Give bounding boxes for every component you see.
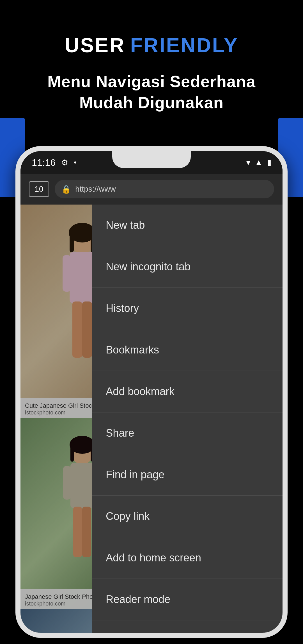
- browser-content: Cute Japanese Girl Stock Phot istockphot…: [20, 205, 283, 633]
- status-icons-right: ▾ ▲ ▮: [246, 158, 271, 167]
- menu-item-new-tab[interactable]: New tab: [92, 205, 283, 246]
- menu-item-new-incognito-tab[interactable]: New incognito tab: [92, 246, 283, 288]
- tab-counter[interactable]: 10: [29, 181, 49, 197]
- menu-item-copy-link[interactable]: Copy link: [92, 496, 283, 537]
- menu-item-history[interactable]: History: [92, 288, 283, 329]
- branding-section: USER FRIENDLY Menu Navigasi SederhanaMud…: [0, 0, 303, 130]
- wifi-icon: ▾: [246, 158, 250, 167]
- logo-friendly: FRIENDLY: [130, 34, 238, 57]
- status-left: 11:16 ⚙ •: [32, 157, 77, 168]
- settings-icon: ⚙: [61, 158, 68, 167]
- phone-area: 11:16 ⚙ • ▾ ▲ ▮ 10 🔒 https://www: [0, 146, 303, 644]
- dropdown-menu: New tab New incognito tab History Bookma…: [92, 205, 283, 633]
- signal-icon: ▲: [255, 158, 263, 167]
- menu-item-add-bookmark[interactable]: Add bookmark: [92, 371, 283, 412]
- phone-notch: [112, 151, 191, 168]
- menu-item-add-to-home-screen[interactable]: Add to home screen: [92, 537, 283, 579]
- battery-icon: ▮: [267, 158, 271, 167]
- browser-chrome: 10 🔒 https://www: [20, 174, 283, 205]
- lock-icon: 🔒: [61, 185, 71, 194]
- status-time: 11:16: [32, 157, 56, 168]
- phone-frame: 11:16 ⚙ • ▾ ▲ ▮ 10 🔒 https://www: [15, 146, 288, 638]
- menu-item-find-in-page[interactable]: Find in page: [92, 454, 283, 496]
- logo-user: USER: [65, 34, 125, 57]
- menu-item-settings[interactable]: Settings: [92, 620, 283, 633]
- dot-indicator: •: [74, 158, 77, 167]
- logo: USER FRIENDLY: [65, 34, 238, 57]
- menu-item-bookmarks[interactable]: Bookmarks: [92, 329, 283, 371]
- url-bar[interactable]: 🔒 https://www: [55, 180, 274, 198]
- url-text: https://www: [75, 185, 116, 194]
- tagline: Menu Navigasi SederhanaMudah Digunakan: [47, 71, 256, 113]
- menu-item-reader-mode[interactable]: Reader mode: [92, 579, 283, 620]
- menu-item-share[interactable]: Share: [92, 412, 283, 454]
